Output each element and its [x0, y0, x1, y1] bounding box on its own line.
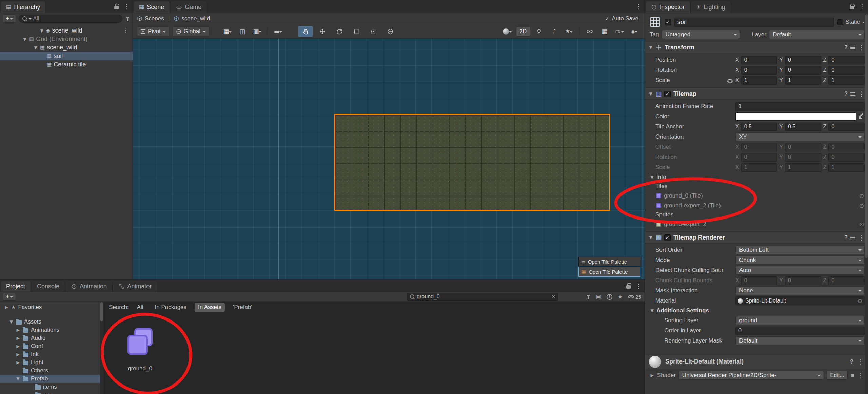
constrain-proportions-icon[interactable]: [727, 79, 733, 82]
scene-audio-button[interactable]: ♪: [548, 26, 560, 37]
foldout-icon[interactable]: ▶: [16, 360, 20, 365]
foldout-icon[interactable]: ▼: [33, 45, 38, 50]
tab-scene[interactable]: ▦ Scene: [134, 1, 170, 13]
tab-game[interactable]: Game: [171, 1, 207, 13]
scrollbar-thumb[interactable]: [865, 14, 868, 258]
breadcrumb-scenes[interactable]: Scenes: [137, 15, 164, 22]
package-icon[interactable]: ▣: [596, 294, 601, 299]
2d-mode-button[interactable]: 2D: [516, 27, 530, 36]
scene-visibility-button[interactable]: [584, 26, 596, 37]
hierarchy-item-grid[interactable]: ▼ ▦ Grid (Environment): [0, 35, 133, 43]
tree-item-conf[interactable]: ▶ Conf: [0, 342, 100, 350]
detect-chunk-culling-dropdown[interactable]: Auto: [735, 266, 865, 275]
rotation-x-field[interactable]: 0: [741, 66, 777, 75]
color-swatch[interactable]: [735, 112, 856, 121]
material-header[interactable]: Sprite-Lit-Default (Material) ? ⋮: [645, 354, 868, 369]
rotate-tool-button[interactable]: [332, 26, 347, 37]
tree-scrollbar[interactable]: [100, 302, 103, 394]
tile-anchor-y-field[interactable]: 0.5: [785, 123, 821, 131]
project-search-field[interactable]: ×: [407, 293, 558, 301]
object-picker-icon[interactable]: ⊙: [857, 297, 862, 304]
object-picker-icon[interactable]: ⊙: [859, 192, 864, 199]
foldout-icon[interactable]: ▼: [650, 308, 654, 313]
hierarchy-item-ceramic-tile[interactable]: ▦ Ceramic tile: [0, 60, 133, 69]
help-icon[interactable]: ?: [844, 234, 848, 241]
filter-all-button[interactable]: All: [134, 303, 147, 312]
mode-dropdown[interactable]: Chunk: [735, 256, 865, 265]
shader-dropdown[interactable]: Universal Render Pipeline/2D/Sprite-: [678, 371, 824, 380]
snap-increment-button[interactable]: ◫: [236, 26, 249, 37]
scene-grid-button[interactable]: ▦: [598, 26, 611, 37]
shader-menu-icon[interactable]: ≡: [850, 373, 855, 378]
tree-item-prefab[interactable]: ▼ Prefab: [0, 375, 100, 383]
enabled-checkbox[interactable]: ✓: [664, 234, 671, 241]
foldout-icon[interactable]: ▶: [16, 328, 20, 332]
foldout-icon[interactable]: ▶: [16, 352, 20, 357]
active-checkbox[interactable]: ✓: [665, 19, 671, 25]
menu-dots-icon[interactable]: ⋮: [858, 91, 865, 97]
tab-hierarchy[interactable]: ▤ Hierarchy: [1, 1, 46, 13]
hierarchy-item-scene-root[interactable]: ▼ ◈ scene_wild ⋮: [0, 26, 133, 35]
clear-search-icon[interactable]: ×: [552, 294, 555, 300]
filter-in-packages-button[interactable]: In Packages: [152, 303, 190, 312]
tab-animation[interactable]: Animation: [66, 281, 113, 292]
tilemap-renderer-header[interactable]: ▼ ▦ ✓ Tilemap Renderer ? ⋮: [645, 232, 868, 243]
scrollbar-thumb[interactable]: [100, 302, 103, 321]
foldout-icon[interactable]: ▼: [16, 376, 20, 381]
tab-console[interactable]: Console: [32, 281, 65, 292]
foldout-icon[interactable]: ▶: [4, 305, 9, 310]
enabled-checkbox[interactable]: ✓: [664, 91, 671, 97]
mask-interaction-dropdown[interactable]: None: [735, 286, 865, 295]
alert-icon[interactable]: !: [607, 294, 612, 300]
lock-icon[interactable]: [850, 6, 854, 9]
object-picker-icon[interactable]: ⊙: [859, 202, 864, 209]
scene-camera-button[interactable]: [613, 26, 626, 37]
foldout-icon[interactable]: ▶: [16, 344, 20, 349]
scale-x-field[interactable]: 1: [741, 76, 777, 85]
tile-asset-row[interactable]: ground_0 (Tile) ⊙: [645, 191, 868, 201]
gizmos-button[interactable]: ◆: [628, 26, 640, 37]
transform-tool-button[interactable]: [366, 26, 380, 37]
tree-item-audio[interactable]: ▶ Audio: [0, 334, 100, 342]
pivot-mode-button[interactable]: Pivot: [137, 26, 170, 37]
material-object-field[interactable]: Sprite-Lit-Default ⊙: [735, 296, 865, 305]
gameobject-name-input[interactable]: [674, 18, 834, 27]
breadcrumb-current-scene[interactable]: scene_wild: [174, 15, 210, 22]
tab-project[interactable]: Project: [1, 281, 31, 292]
tree-item-assets[interactable]: ▼ Assets: [0, 318, 100, 326]
tilemap-header[interactable]: ▼ ▦ ✓ Tilemap ? ⋮: [645, 88, 868, 100]
object-picker-icon[interactable]: ⊙: [859, 221, 864, 228]
tree-item-light[interactable]: ▶ Light: [0, 358, 100, 367]
menu-dots-icon[interactable]: ⋮: [858, 234, 865, 241]
order-in-layer-field[interactable]: 0: [735, 327, 865, 335]
create-asset-button[interactable]: +: [3, 293, 16, 301]
inspector-scrollbar[interactable]: [865, 13, 868, 394]
hierarchy-item-soil[interactable]: ▦ soil: [0, 52, 133, 60]
rect-tool-button[interactable]: [349, 26, 363, 37]
filter-prefab-button[interactable]: 'Prefab': [230, 303, 256, 312]
position-y-field[interactable]: 0: [785, 56, 821, 64]
grid-axis-button[interactable]: ▣: [251, 26, 263, 37]
menu-dots-icon[interactable]: ⋮: [635, 3, 642, 10]
layer-dropdown[interactable]: Default: [769, 30, 865, 39]
orientation-dropdown[interactable]: XY: [735, 132, 865, 141]
foldout-icon[interactable]: ▼: [648, 91, 653, 96]
search-by-type-icon[interactable]: [586, 294, 591, 299]
position-z-field[interactable]: 0: [828, 56, 865, 64]
scene-effects-button[interactable]: ★: [563, 26, 575, 37]
menu-dots-icon[interactable]: ⋮: [857, 372, 864, 379]
tilemap-selection[interactable]: [334, 114, 610, 211]
rendering-layer-mask-dropdown[interactable]: Default: [735, 336, 865, 345]
sprite-asset-row[interactable]: ground-export_2 ⊙: [645, 219, 868, 229]
help-icon[interactable]: ?: [850, 359, 853, 365]
custom-tool-button[interactable]: [383, 26, 397, 37]
foldout-icon[interactable]: ▶: [16, 336, 20, 340]
foldout-icon[interactable]: ▼: [648, 45, 653, 50]
transform-header[interactable]: ▼ Transform ? ⋮: [645, 42, 868, 53]
scale-y-field[interactable]: 1: [785, 76, 821, 85]
menu-dots-icon[interactable]: ⋮: [123, 28, 129, 34]
tree-item-others[interactable]: Others: [0, 367, 100, 375]
filter-icon[interactable]: [125, 16, 130, 21]
rotation-z-field[interactable]: 0: [828, 66, 865, 75]
create-object-button[interactable]: +: [3, 15, 16, 23]
